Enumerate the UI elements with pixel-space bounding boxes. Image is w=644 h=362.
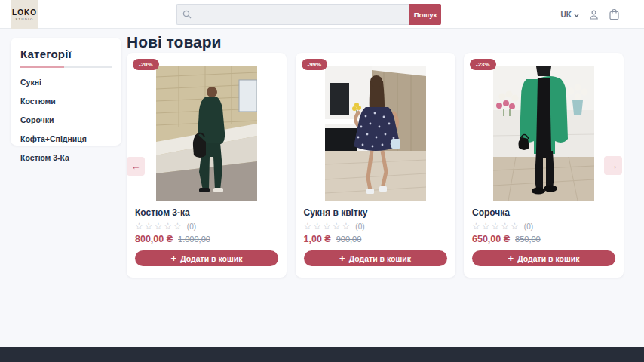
rating-count: (0) [524, 222, 533, 231]
search-bar: Пошук [176, 4, 441, 25]
sidebar-item-kostium-3ka[interactable]: Костюм 3-Ка [20, 153, 112, 162]
product-image[interactable] [156, 66, 257, 201]
add-to-cart-label: Додати в кошик [517, 254, 579, 263]
add-to-cart-label: Додати в кошик [180, 254, 242, 263]
product-title[interactable]: Сорочка [472, 207, 615, 218]
prev-arrow-button[interactable]: ← [127, 157, 145, 176]
rating-count: (0) [355, 222, 364, 231]
sidebar-item-sukni[interactable]: Сукні [20, 78, 112, 87]
add-to-cart-button[interactable]: + Додати в кошик [135, 250, 278, 266]
search-input[interactable] [196, 10, 404, 19]
arrow-left-icon: ← [131, 161, 141, 172]
product-card: -23% [464, 53, 624, 278]
price-row: 1,00 ₴ 900,00 [304, 234, 447, 244]
plus-icon: + [339, 253, 345, 263]
chevron-down-icon [574, 11, 579, 19]
footer [0, 347, 644, 362]
rating-stars[interactable]: ☆☆☆☆☆ [135, 221, 183, 232]
product-title[interactable]: Сукня в квітку [304, 207, 447, 218]
categories-panel: Категорії Сукні Костюми Сорочки Кофта+Сп… [11, 38, 121, 146]
language-selector[interactable]: UK [561, 11, 579, 19]
product-card: -20% [127, 53, 287, 278]
page-title: Нові товари [127, 33, 221, 51]
arrow-right-icon: → [609, 160, 618, 171]
add-to-cart-button[interactable]: + Додати в кошик [472, 250, 615, 266]
user-icon[interactable] [588, 9, 600, 20]
products-row: -20% [127, 53, 624, 278]
next-arrow-button[interactable]: → [604, 156, 622, 175]
price-row: 800,00 ₴ 1.000,00 [135, 234, 278, 244]
header: LOKO STUDIO Пошук UK [0, 0, 644, 29]
categories-title: Категорії [20, 48, 112, 60]
search-button[interactable]: Пошук [409, 4, 441, 25]
product-info: Костюм 3-ка ☆☆☆☆☆ (0) 800,00 ₴ 1.000,00 … [127, 201, 287, 266]
rating-row: ☆☆☆☆☆ (0) [135, 221, 278, 232]
add-to-cart-button[interactable]: + Додати в кошик [304, 250, 447, 266]
rating-row: ☆☆☆☆☆ (0) [472, 221, 615, 232]
plus-icon: + [171, 253, 177, 263]
rating-stars[interactable]: ☆☆☆☆☆ [472, 221, 520, 232]
sidebar-item-sorochky[interactable]: Сорочки [20, 115, 112, 124]
price: 800,00 ₴ [135, 234, 173, 244]
logo[interactable]: LOKO STUDIO [11, 0, 38, 29]
search-input-wrap [176, 4, 409, 25]
plus-icon: + [508, 253, 514, 263]
language-label: UK [561, 11, 572, 19]
rating-count: (0) [187, 222, 196, 231]
rating-stars[interactable]: ☆☆☆☆☆ [304, 221, 352, 232]
price-row: 650,00 ₴ 850,00 [472, 234, 615, 244]
discount-badge: -99% [302, 59, 328, 70]
categories-list: Сукні Костюми Сорочки Кофта+Спідниця Кос… [20, 78, 112, 162]
add-to-cart-label: Додати в кошик [349, 254, 411, 263]
product-image[interactable] [325, 66, 426, 201]
sidebar-item-kostiumy[interactable]: Костюми [20, 97, 112, 106]
old-price: 900,00 [336, 235, 362, 244]
product-image[interactable] [493, 66, 594, 201]
price: 650,00 ₴ [472, 234, 510, 244]
product-title[interactable]: Костюм 3-ка [135, 207, 278, 218]
logo-title: LOKO [12, 8, 37, 17]
header-actions: UK [561, 0, 620, 29]
main-content: Категорії Сукні Костюми Сорочки Кофта+Сп… [0, 29, 644, 347]
categories-divider [20, 66, 112, 68]
product-info: Сорочка ☆☆☆☆☆ (0) 650,00 ₴ 850,00 + Дода… [464, 201, 624, 266]
rating-row: ☆☆☆☆☆ (0) [304, 221, 447, 232]
product-info: Сукня в квітку ☆☆☆☆☆ (0) 1,00 ₴ 900,00 +… [296, 201, 455, 266]
discount-badge: -20% [133, 59, 159, 70]
old-price: 850,00 [515, 235, 541, 244]
product-card: -99% [296, 53, 455, 278]
search-icon [182, 10, 192, 19]
cart-icon[interactable] [609, 8, 620, 20]
old-price: 1.000,00 [178, 235, 210, 244]
sidebar-item-kofta-spidnytsia[interactable]: Кофта+Спідниця [20, 134, 112, 143]
price: 1,00 ₴ [304, 234, 331, 244]
discount-badge: -23% [470, 59, 496, 70]
logo-subtitle: STUDIO [15, 17, 33, 21]
